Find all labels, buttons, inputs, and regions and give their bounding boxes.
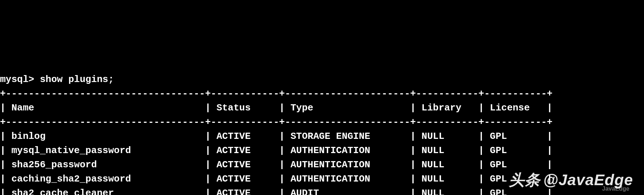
table-header: | Name | Status | Type | Library | Licen… [0, 102, 552, 113]
table-border-top: +-----------------------------------+---… [0, 88, 552, 99]
watermark-small: JavaEdge [602, 184, 629, 193]
mysql-prompt: mysql> show plugins; [0, 74, 114, 85]
watermark-prefix: 头条 [509, 168, 540, 191]
sql-command: show plugins; [40, 74, 114, 85]
table-border-mid: +-----------------------------------+---… [0, 117, 552, 128]
